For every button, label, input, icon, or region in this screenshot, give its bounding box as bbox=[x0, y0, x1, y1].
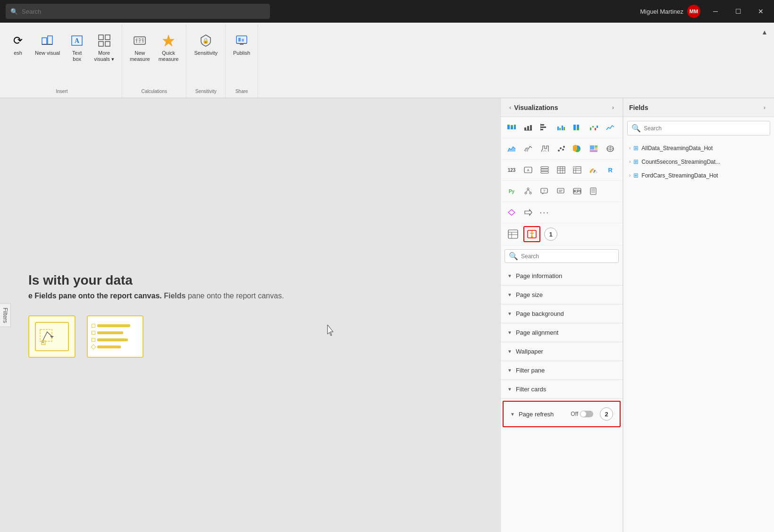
section-chevron: ▼ bbox=[507, 311, 512, 316]
viz-icon-kpi[interactable]: 123 bbox=[505, 163, 519, 177]
sensitivity-button[interactable]: 🔒 Sensitivity bbox=[190, 30, 221, 59]
viz-icon-area[interactable] bbox=[505, 142, 519, 155]
svg-rect-16 bbox=[242, 39, 244, 42]
field-label: AllData_StreamingData_Hot bbox=[641, 145, 713, 152]
list-item[interactable]: › ⊞ Count5secons_StreamingDat... bbox=[623, 155, 774, 169]
fields-search-input[interactable] bbox=[644, 125, 766, 132]
viz-title: Visualizations bbox=[514, 104, 609, 111]
page-refresh-toggle[interactable]: Off bbox=[571, 411, 593, 417]
section-page-background-header[interactable]: ▼ Page background bbox=[501, 304, 623, 323]
viz-pane-expand[interactable]: › bbox=[609, 103, 617, 112]
section-filter-cards-header[interactable]: ▼ Filter cards bbox=[501, 380, 623, 398]
new-visual-icon bbox=[40, 33, 55, 48]
viz-icon-line[interactable] bbox=[603, 121, 617, 134]
section-page-size-header[interactable]: ▼ Page size bbox=[501, 286, 623, 304]
viz-icon-smart-narrative[interactable] bbox=[554, 185, 568, 198]
section-page-information: ▼ Page information bbox=[501, 267, 623, 286]
section-wallpaper: ▼ Wallpaper bbox=[501, 342, 623, 361]
viz-icon-arrow[interactable] bbox=[521, 206, 535, 219]
viz-icon-100-bar[interactable] bbox=[570, 121, 584, 134]
svg-rect-48 bbox=[597, 126, 598, 128]
fields-pane-expand[interactable]: › bbox=[761, 103, 768, 112]
refresh-label: esh bbox=[14, 50, 22, 56]
ribbon-collapse-button[interactable]: ▲ bbox=[759, 26, 770, 38]
viz-pane-collapse[interactable]: ‹ bbox=[506, 103, 514, 112]
viz-icon-diamond[interactable] bbox=[505, 206, 519, 219]
title-search-input[interactable] bbox=[22, 8, 265, 15]
viz-search-input[interactable] bbox=[521, 253, 614, 260]
ribbon: ⟳ esh New visual A Textbox Morevisuals ▾ bbox=[0, 23, 774, 98]
viz-icon-clustered-bar[interactable] bbox=[554, 121, 568, 134]
viz-icon-horizontal-bar[interactable] bbox=[538, 121, 552, 134]
text-box-button[interactable]: A Textbox bbox=[65, 30, 89, 65]
section-label: Filter cards bbox=[516, 386, 616, 393]
svg-point-80 bbox=[530, 192, 531, 194]
table-icon: ⊞ bbox=[633, 172, 639, 179]
viz-icon-more[interactable]: ··· bbox=[538, 206, 552, 219]
svg-rect-33 bbox=[540, 124, 544, 126]
svg-rect-35 bbox=[540, 129, 543, 130]
viz-icon-waterfall[interactable] bbox=[587, 121, 601, 134]
fields-search-box[interactable]: 🔍 bbox=[627, 121, 770, 135]
viz-icon-ribbon[interactable] bbox=[538, 142, 552, 155]
viz-icon-card[interactable]: A bbox=[521, 163, 535, 177]
title-search-bar[interactable]: 🔍 bbox=[6, 4, 270, 19]
list-item[interactable]: › ⊞ FordCars_StreamingData_Hot bbox=[623, 169, 774, 182]
section-label: Filter pane bbox=[516, 367, 616, 374]
close-button[interactable]: ✕ bbox=[753, 4, 768, 19]
section-chevron: ▼ bbox=[510, 412, 515, 417]
new-visual-button[interactable]: New visual bbox=[31, 30, 64, 59]
minimize-button[interactable]: ─ bbox=[708, 4, 723, 19]
viz-icon-r[interactable]: R bbox=[603, 163, 617, 177]
title-search-icon: 🔍 bbox=[10, 8, 18, 15]
more-visuals-label: Morevisuals ▾ bbox=[94, 50, 114, 62]
more-visuals-button[interactable]: Morevisuals ▾ bbox=[90, 30, 118, 65]
quick-measure-icon bbox=[161, 33, 176, 48]
section-page-refresh-header[interactable]: ▼ Page refresh Off 2 bbox=[504, 402, 620, 426]
viz-icon-qa[interactable]: ? bbox=[538, 185, 552, 198]
list-item[interactable]: › ⊞ AllData_StreamingData_Hot bbox=[623, 141, 774, 155]
viz-format-fields[interactable] bbox=[505, 226, 522, 242]
canvas-area: Filters ls with your data e Fields pane … bbox=[0, 98, 500, 532]
svg-rect-45 bbox=[590, 127, 591, 130]
svg-rect-46 bbox=[592, 126, 594, 127]
new-visual-label: New visual bbox=[35, 50, 60, 56]
section-label: Wallpaper bbox=[516, 348, 616, 355]
viz-search-icon: 🔍 bbox=[509, 252, 518, 261]
viz-icon-stacked-bar[interactable] bbox=[505, 121, 519, 134]
publish-button[interactable]: Publish bbox=[229, 30, 254, 59]
viz-icon-line-clustered[interactable] bbox=[521, 142, 535, 155]
svg-rect-56 bbox=[590, 145, 594, 150]
viz-icon-gauge[interactable] bbox=[587, 163, 601, 177]
viz-icon-paginated[interactable] bbox=[587, 185, 601, 198]
viz-icon-matrix[interactable] bbox=[570, 163, 584, 177]
section-filter-pane-header[interactable]: ▼ Filter pane bbox=[501, 361, 623, 380]
section-wallpaper-header[interactable]: ▼ Wallpaper bbox=[501, 342, 623, 361]
viz-icon-map[interactable] bbox=[603, 142, 617, 155]
viz-format-paintbrush[interactable] bbox=[523, 226, 540, 242]
viz-icon-scatter[interactable] bbox=[554, 142, 568, 155]
viz-icon-treemap[interactable] bbox=[587, 142, 601, 155]
new-measure-button[interactable]: 1 2 34 5 6 Newmeasure bbox=[126, 30, 154, 65]
refresh-button[interactable]: ⟳ esh bbox=[6, 30, 30, 59]
svg-rect-7 bbox=[99, 42, 103, 46]
text-box-icon: A bbox=[69, 33, 84, 48]
viz-header: ‹ Visualizations › bbox=[501, 98, 623, 117]
quick-measure-button[interactable]: Quickmeasure bbox=[155, 30, 183, 65]
section-page-alignment-header[interactable]: ▼ Page alignment bbox=[501, 323, 623, 342]
viz-icon-kpi2[interactable]: KPI bbox=[570, 185, 584, 198]
viz-badge-2: 2 bbox=[600, 407, 613, 421]
viz-icon-python[interactable]: Py bbox=[505, 185, 519, 198]
section-filter-pane: ▼ Filter pane bbox=[501, 361, 623, 380]
maximize-button[interactable]: ☐ bbox=[731, 4, 746, 19]
svg-point-53 bbox=[560, 147, 562, 149]
viz-icon-pie[interactable] bbox=[570, 142, 584, 155]
svg-marker-94 bbox=[508, 210, 515, 215]
viz-icon-decomp[interactable] bbox=[521, 185, 535, 198]
section-page-information-header[interactable]: ▼ Page information bbox=[501, 267, 623, 285]
viz-icon-bar[interactable] bbox=[521, 121, 535, 134]
viz-icon-table[interactable] bbox=[554, 163, 568, 177]
toggle-track[interactable] bbox=[580, 411, 593, 417]
viz-icon-multirow[interactable] bbox=[538, 163, 552, 177]
viz-search-box[interactable]: 🔍 bbox=[505, 249, 619, 263]
